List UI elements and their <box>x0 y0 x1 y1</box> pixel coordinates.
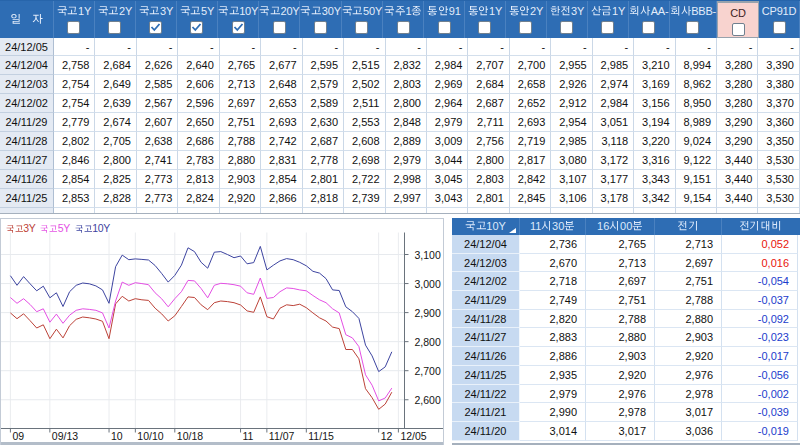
column-checkbox-국고5Y-checked[interactable] <box>190 21 203 34</box>
yield-line-chart: 3,1003,0002,9002,8002,7002,6000909/13101… <box>1 219 443 445</box>
rate-cell: 3,530 <box>758 151 799 170</box>
rate-cell: 2,639 <box>95 94 136 113</box>
rate-cell: 3,178 <box>593 189 634 208</box>
column-checkbox-회사AA--unchecked[interactable] <box>642 21 655 34</box>
intraday-header-전기[interactable] <box>655 218 722 236</box>
rate-cell: 3,044 <box>427 151 468 170</box>
rates-row-24/11/26[interactable]: 24/11/262,8542,8252,7732,8132,9032,8542,… <box>0 170 800 189</box>
rate-cell: 3,194 <box>634 113 675 132</box>
x-tick-label: 10 <box>111 430 123 442</box>
column-header-국고20Y[interactable]: 20Y <box>259 1 300 38</box>
rate-cell: 9,151 <box>676 170 717 189</box>
column-header-국주1종[interactable]: 1 <box>383 1 424 38</box>
hangul-char-고 <box>476 221 487 232</box>
intraday-row-24/11/28[interactable]: 24/11/282,8202,7882,880-0,092 <box>452 310 800 329</box>
row-date: 24/11/29 <box>0 113 54 132</box>
rates-row-24/12/02[interactable]: 24/12/022,7542,6392,5672,5962,6972,6532,… <box>0 94 800 113</box>
rates-row-24/11/27[interactable]: 24/11/272,8462,8002,7412,7832,8802,8312,… <box>0 151 800 170</box>
column-header-통안1Y[interactable]: 1Y <box>465 1 506 38</box>
rate-cell: - <box>634 38 675 57</box>
column-header-국고2Y[interactable]: 2Y <box>95 1 136 38</box>
column-header-산금1Y[interactable]: 1Y <box>588 1 629 38</box>
rate-cell: 2,800 <box>95 151 136 170</box>
column-header-국고10Y[interactable]: 10Y <box>218 1 259 38</box>
column-header-국고50Y[interactable]: 50Y <box>342 1 383 38</box>
column-checkbox-국주1종-unchecked[interactable] <box>397 21 410 34</box>
rate-cell: 2,650 <box>178 113 219 132</box>
rate-cell: - <box>427 38 468 57</box>
column-header-통안2Y[interactable]: 2Y <box>506 1 547 38</box>
column-checkbox-국고20Y-unchecked[interactable] <box>273 21 286 34</box>
column-checkbox-회사BBB--unchecked[interactable] <box>686 21 699 34</box>
hangul-glyph-use <box>98 7 107 16</box>
column-checkbox-국고10Y-checked[interactable] <box>232 21 245 34</box>
rates-row-24/12/05[interactable]: 24/12/05------------------ <box>0 38 800 57</box>
column-header-국고5Y[interactable]: 5Y <box>177 1 218 38</box>
intraday-row-24/12/04[interactable]: 24/12/042,7362,7652,7130,052 <box>452 235 800 254</box>
rate-cell: 3,056 <box>386 208 427 214</box>
column-header-국고3Y[interactable]: 3Y <box>136 1 177 38</box>
rate-cell: 2,684 <box>468 75 509 94</box>
column-checkbox-한전3Y-unchecked[interactable] <box>560 21 573 34</box>
intraday-row-24/12/02[interactable]: 24/12/022,7182,6972,751-0,054 <box>452 272 800 291</box>
intraday-row-24/11/27[interactable]: 24/11/272,8832,8802,903-0,023 <box>452 328 800 347</box>
rates-row-24/12/04[interactable]: 24/12/042,7582,6842,6262,6402,7652,6772,… <box>0 56 800 75</box>
value-change: -0,023 <box>722 328 798 347</box>
column-header-회사AA-[interactable]: AA- <box>629 1 670 38</box>
rates-row-24/11/28[interactable]: 24/11/282,8022,7052,6382,6862,7882,7422,… <box>0 132 800 151</box>
value-1130: 2,670 <box>520 254 586 273</box>
rate-cell: - <box>54 38 95 57</box>
column-checkbox-국고2Y-unchecked[interactable] <box>108 21 121 34</box>
rates-row-24/11/25[interactable]: 24/11/252,8532,8282,7732,8242,9202,8662,… <box>0 189 800 208</box>
intraday-row-24/11/21[interactable]: 24/11/212,9902,9783,017-0,039 <box>452 403 800 422</box>
intraday-row-24/11/26[interactable]: 24/11/262,8862,9032,920-0,017 <box>452 347 800 366</box>
column-checkbox-국고50Y-unchecked[interactable] <box>355 21 368 34</box>
intraday-header-16시00분[interactable]: 1600 <box>586 218 655 236</box>
column-checkbox-통안2Y-unchecked[interactable] <box>519 21 532 34</box>
column-checkbox-국고1Y-unchecked[interactable] <box>67 21 80 34</box>
column-checkbox-통안91-unchecked[interactable] <box>438 21 451 34</box>
column-header-CD[interactable]: CD <box>717 1 759 38</box>
intraday-row-24/11/25[interactable]: 24/11/252,9352,9202,976-0,056 <box>452 366 800 385</box>
column-header-국고1Y[interactable]: 1Y <box>54 1 95 38</box>
rate-cell: 8,962 <box>676 75 717 94</box>
column-header-한전3Y[interactable]: 3Y <box>547 1 588 38</box>
rates-row-24/12/03[interactable]: 24/12/032,7542,6492,5852,6062,7132,6482,… <box>0 75 800 94</box>
column-checkbox-국고30Y-unchecked[interactable] <box>314 21 327 34</box>
rates-row-24/11/22[interactable]: 24/11/222,8722,8432,8462,8982,9762,9232,… <box>0 208 800 214</box>
hangul-glyph-use <box>750 221 758 231</box>
intraday-row-24/11/29[interactable]: 24/11/292,7492,7512,788-0,037 <box>452 291 800 310</box>
rate-cell: 2,687 <box>468 94 509 113</box>
column-checkbox-산금1Y-unchecked[interactable] <box>601 21 614 34</box>
hangul-glyph-use <box>260 7 269 16</box>
rate-cell: 2,800 <box>468 151 509 170</box>
column-header-CP91D[interactable]: CP91D <box>759 1 800 38</box>
column-header-국고30Y[interactable]: 30Y <box>300 1 341 38</box>
rate-cell: 3,401 <box>634 208 675 214</box>
rate-cell: - <box>551 38 592 57</box>
x-tick-label: 11/07 <box>269 430 295 442</box>
rate-cell: 2,630 <box>303 113 344 132</box>
column-checkbox-CP91D-unchecked[interactable] <box>773 21 786 34</box>
value-1130: 2,990 <box>520 403 586 422</box>
hangul-glyph-use <box>479 6 488 15</box>
rates-row-24/11/29[interactable]: 24/11/292,7792,6742,6072,6502,7512,6932,… <box>0 113 800 132</box>
column-label: 3Y <box>550 4 584 18</box>
column-checkbox-통안1Y-unchecked[interactable] <box>478 21 491 34</box>
rate-cell: 3,440 <box>717 151 758 170</box>
intraday-header-11시30분[interactable]: 1130 <box>520 218 586 236</box>
intraday-row-24/11/20[interactable]: 24/11/203,0143,0173,036-0,019 <box>452 422 800 441</box>
rate-cell: 2,976 <box>220 208 261 214</box>
date-column-header[interactable] <box>0 1 54 38</box>
column-checkbox-국고3Y-checked[interactable] <box>149 21 162 34</box>
column-header-통안91[interactable]: 91 <box>424 1 465 38</box>
intraday-row-24/12/03[interactable]: 24/12/032,6702,7132,6970,016 <box>452 254 800 273</box>
hangul-glyph-use <box>180 7 189 16</box>
column-checkbox-CD-unchecked[interactable] <box>732 23 745 36</box>
value-change: -0,002 <box>722 385 798 404</box>
intraday-row-24/11/22[interactable]: 24/11/222,9792,9762,978-0,002 <box>452 385 800 404</box>
intraday-header-전기대비[interactable] <box>722 218 798 236</box>
hangul-char-안 <box>438 6 449 17</box>
column-header-회사BBB-[interactable]: BBB- <box>670 1 717 38</box>
intraday-header-국고10Y[interactable]: 10Y <box>452 218 520 236</box>
